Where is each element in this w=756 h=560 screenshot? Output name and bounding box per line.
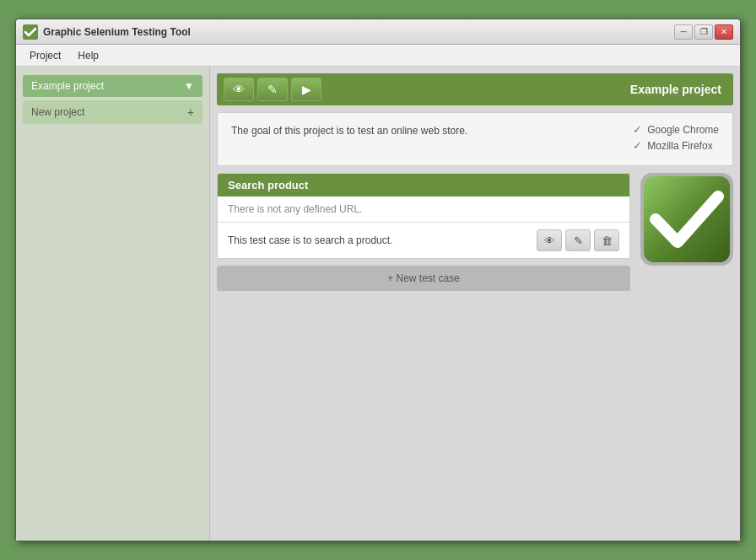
project-label: Example project	[31, 80, 104, 92]
check-icon-chrome: ✓	[633, 123, 642, 136]
menu-bar: Project Help	[16, 45, 740, 67]
new-project-label: New project	[31, 106, 84, 118]
tc-delete-button[interactable]: 🗑	[594, 229, 619, 251]
test-case-description: This test case is to search a product.	[228, 234, 537, 246]
chevron-down-icon: ▼	[184, 80, 194, 92]
edit-button[interactable]: ✎	[257, 78, 288, 101]
test-case-row: This test case is to search a product. 👁…	[218, 223, 629, 258]
browser-list: ✓ Google Chrome ✓ Mozilla Firefox	[633, 123, 719, 155]
main-panel: 👁 ✎ ▶ Example project The goal of this p…	[210, 67, 740, 541]
sidebar: Example project ▼ New project +	[16, 67, 210, 541]
browser-item-chrome: ✓ Google Chrome	[633, 123, 719, 136]
browser-name-chrome: Google Chrome	[647, 124, 719, 136]
new-test-case-label: + New test case	[387, 272, 460, 284]
eye-icon-tc: 👁	[544, 234, 555, 247]
suite-section: Search product There is not any defined …	[217, 173, 733, 291]
window-title: Graphic Selenium Testing Tool	[43, 26, 674, 38]
run-button[interactable]: ▶	[291, 78, 321, 101]
minimize-button[interactable]: ─	[674, 24, 693, 40]
browser-name-firefox: Mozilla Firefox	[647, 140, 712, 152]
sidebar-item-new-project[interactable]: New project +	[23, 100, 202, 124]
trash-icon: 🗑	[602, 234, 613, 247]
suite-header: Search product	[218, 174, 629, 197]
view-button[interactable]: 👁	[224, 78, 254, 101]
play-icon: ▶	[302, 83, 311, 96]
close-button[interactable]: ✕	[715, 24, 733, 40]
eye-icon: 👁	[233, 83, 245, 96]
pencil-icon-tc: ✎	[574, 234, 583, 247]
sidebar-item-example-project[interactable]: Example project ▼	[23, 75, 202, 97]
app-logo	[640, 173, 733, 266]
description-box: The goal of this project is to test an o…	[217, 112, 733, 166]
suite-name: Search product	[228, 179, 308, 191]
test-suite-panel: Search product There is not any defined …	[217, 173, 630, 259]
suite-url: There is not any defined URL.	[218, 197, 629, 223]
check-icon-firefox: ✓	[633, 139, 642, 152]
browser-item-firefox: ✓ Mozilla Firefox	[633, 139, 719, 152]
restore-button[interactable]: ❐	[694, 24, 713, 40]
content-area: Example project ▼ New project + 👁 ✎ ▶	[16, 67, 740, 541]
pencil-icon: ✎	[267, 83, 278, 96]
menu-help[interactable]: Help	[69, 47, 107, 64]
plus-icon: +	[187, 105, 194, 119]
suite-wrapper: Search product There is not any defined …	[217, 173, 630, 291]
test-case-actions: 👁 ✎ 🗑	[537, 229, 619, 251]
window-controls: ─ ❐ ✕	[674, 24, 733, 40]
project-toolbar: 👁 ✎ ▶ Example project	[217, 73, 733, 105]
tc-view-button[interactable]: 👁	[537, 229, 562, 251]
app-icon	[23, 24, 38, 40]
project-description: The goal of this project is to test an o…	[231, 123, 616, 138]
toolbar-title: Example project	[325, 83, 726, 96]
tc-edit-button[interactable]: ✎	[565, 229, 591, 251]
new-test-case-button[interactable]: + New test case	[217, 266, 630, 291]
menu-project[interactable]: Project	[21, 47, 69, 64]
title-bar: Graphic Selenium Testing Tool ─ ❐ ✕	[16, 19, 740, 45]
